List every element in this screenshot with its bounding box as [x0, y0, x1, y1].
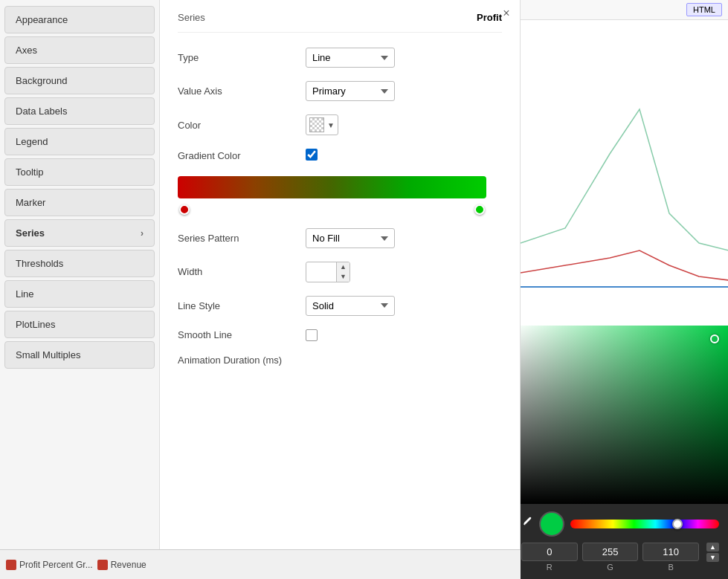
gradient-container — [178, 176, 502, 215]
b-up-btn[interactable]: ▲ — [706, 543, 719, 551]
eyedropper-icon — [521, 517, 533, 528]
color-label: Color — [178, 120, 297, 131]
chart-panel: HTML — [520, 0, 728, 579]
sidebar-item-series[interactable]: Series › — [4, 219, 155, 247]
sidebar-item-legend[interactable]: Legend — [4, 128, 155, 155]
color-control: ▼ — [306, 114, 502, 135]
chart-line-2 — [521, 250, 728, 280]
width-label: Width — [178, 266, 297, 277]
sidebar-item-label: Tooltip — [16, 166, 44, 178]
picker-gradient-area[interactable] — [520, 326, 728, 504]
rgb-row: R G B ▲ ▼ — [521, 543, 719, 572]
sidebar-item-line[interactable]: Line — [4, 280, 155, 308]
chart-header: HTML — [521, 0, 728, 20]
sidebar-item-appearance[interactable]: Appearance — [4, 6, 155, 33]
series-pattern-label: Series Pattern — [178, 233, 297, 244]
color-dropdown-arrow: ▼ — [327, 121, 335, 129]
sidebar-item-small-multiples[interactable]: Small Multiples — [4, 341, 155, 369]
gradient-color-control — [306, 149, 502, 163]
b-down-btn[interactable]: ▼ — [706, 553, 719, 562]
color-picker-popup: R G B ▲ ▼ — [520, 326, 728, 579]
main-container: Appearance Axes Background Data Labels L… — [0, 0, 728, 579]
gradient-handle-left[interactable] — [179, 204, 190, 215]
sidebar-item-label: Background — [16, 75, 67, 86]
b-input[interactable] — [642, 543, 699, 561]
color-swatch — [309, 117, 324, 132]
line-style-label: Line Style — [178, 300, 297, 311]
b-field: B — [642, 543, 699, 572]
gradient-color-row: Gradient Color — [178, 149, 502, 163]
sidebar-item-label: Series — [16, 227, 45, 239]
hue-handle[interactable] — [672, 519, 683, 529]
animation-duration-row: Animation Duration (ms) — [178, 355, 502, 366]
close-button[interactable]: × — [499, 6, 514, 21]
type-dropdown[interactable]: Line Bar Area Scatter — [306, 48, 395, 68]
sidebar-item-tooltip[interactable]: Tooltip — [4, 158, 155, 186]
r-field: R — [521, 543, 578, 572]
color-picker-button[interactable]: ▼ — [306, 114, 338, 135]
bottom-icon-2 — [97, 560, 108, 570]
value-axis-row: Value Axis Primary Secondary — [178, 81, 502, 101]
chart-area — [521, 20, 728, 288]
sidebar-item-axes[interactable]: Axes — [4, 36, 155, 64]
width-input[interactable] — [306, 263, 336, 280]
g-input[interactable] — [582, 543, 639, 561]
sidebar-item-label: Legend — [16, 136, 48, 147]
picker-row1 — [521, 511, 719, 537]
line-style-row: Line Style Solid Dashed Dotted — [178, 296, 502, 316]
b-label: B — [669, 563, 674, 572]
bottom-item-2[interactable]: Revenue — [97, 560, 146, 570]
series-pattern-dropdown[interactable]: No Fill Solid Stripe — [306, 228, 395, 248]
r-label: R — [547, 563, 553, 572]
gradient-handle-right[interactable] — [474, 204, 485, 215]
bottom-item-label-1: Profit Percent Gr... — [19, 560, 93, 570]
series-pattern-control: No Fill Solid Stripe — [306, 228, 502, 248]
value-axis-dropdown[interactable]: Primary Secondary — [306, 81, 395, 101]
r-input[interactable] — [521, 543, 578, 561]
g-label: G — [607, 563, 613, 572]
sidebar-item-marker[interactable]: Marker — [4, 189, 155, 216]
picker-bottom: R G B ▲ ▼ — [520, 504, 728, 579]
sidebar-item-plotlines[interactable]: PlotLines — [4, 311, 155, 338]
gradient-handles — [178, 204, 486, 215]
hue-slider[interactable] — [570, 520, 719, 528]
sidebar-item-label: Appearance — [16, 14, 68, 25]
line-style-dropdown[interactable]: Solid Dashed Dotted — [306, 296, 395, 316]
line-style-control: Solid Dashed Dotted — [306, 296, 502, 316]
spinner-up[interactable]: ▲ — [337, 262, 349, 272]
sidebar-item-data-labels[interactable]: Data Labels — [4, 97, 155, 125]
series-header: Series Profit — [178, 12, 502, 33]
width-spinner: ▲ ▼ — [306, 262, 350, 282]
html-button[interactable]: HTML — [686, 3, 722, 16]
bottom-icon-1 — [6, 560, 16, 570]
sidebar-item-label: Line — [16, 288, 34, 300]
gradient-color-checkbox[interactable] — [306, 149, 318, 161]
bottom-item-1[interactable]: Profit Percent Gr... — [6, 560, 93, 570]
width-control: ▲ ▼ — [306, 262, 502, 282]
picker-handle[interactable] — [710, 334, 719, 343]
sidebar-item-label: Data Labels — [16, 106, 67, 117]
g-field: G — [582, 543, 639, 572]
content-area: × Series Profit Type Line Bar Area Scatt… — [160, 0, 520, 579]
gradient-color-label: Gradient Color — [178, 150, 297, 161]
value-axis-label: Value Axis — [178, 85, 297, 97]
smooth-line-checkbox[interactable] — [306, 329, 318, 341]
picker-color-preview — [539, 511, 564, 537]
sidebar-item-label: Thresholds — [16, 258, 63, 269]
eyedropper-button[interactable] — [521, 517, 533, 531]
sidebar: Appearance Axes Background Data Labels L… — [0, 0, 160, 579]
sidebar-item-label: PlotLines — [16, 319, 55, 330]
sidebar-item-background[interactable]: Background — [4, 67, 155, 94]
color-row: Color ▼ — [178, 114, 502, 135]
width-row: Width ▲ ▼ — [178, 262, 502, 282]
chart-line-1 — [521, 109, 728, 250]
value-axis-control: Primary Secondary — [306, 81, 502, 101]
sidebar-item-thresholds[interactable]: Thresholds — [4, 250, 155, 277]
gradient-bar[interactable] — [178, 176, 486, 198]
series-value: Profit — [477, 12, 502, 23]
spinner-down[interactable]: ▼ — [337, 272, 349, 282]
series-pattern-row: Series Pattern No Fill Solid Stripe — [178, 228, 502, 248]
smooth-line-control — [306, 329, 502, 341]
animation-duration-label: Animation Duration (ms) — [178, 355, 297, 366]
sidebar-item-arrow: › — [141, 228, 144, 239]
